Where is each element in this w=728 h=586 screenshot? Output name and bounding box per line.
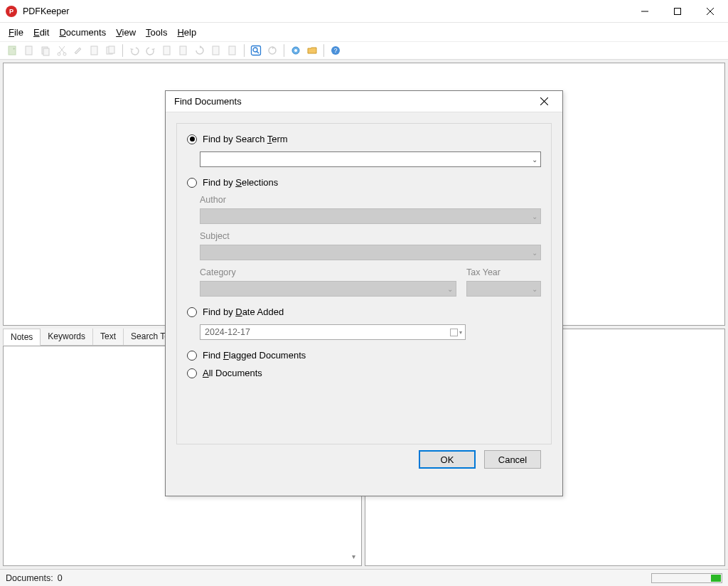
- scroll-down-icon[interactable]: ▾: [348, 553, 358, 563]
- radio-search-term[interactable]: Find by Search Term: [187, 134, 541, 144]
- radio-date-label: Find by Date Added: [203, 307, 284, 317]
- chevron-down-icon: ⌄: [532, 156, 537, 164]
- status-progress: [651, 573, 722, 583]
- dialog-close-button[interactable]: [531, 94, 557, 110]
- tool-doc-b-icon[interactable]: [176, 43, 191, 58]
- cancel-button[interactable]: Cancel: [484, 450, 541, 469]
- find-documents-dialog: Find Documents Find by Search Term ⌄ Fin…: [165, 90, 563, 496]
- window-controls: [628, 0, 727, 22]
- tab-keywords[interactable]: Keywords: [41, 329, 93, 345]
- subject-label: Subject: [200, 231, 541, 241]
- radio-flagged[interactable]: Find Flagged Documents: [187, 350, 541, 361]
- app-icon: [6, 6, 17, 17]
- author-label: Author: [200, 195, 541, 205]
- tab-text[interactable]: Text: [93, 329, 124, 345]
- minimize-button[interactable]: [628, 0, 661, 22]
- taxyear-combo: ⌄: [466, 281, 541, 297]
- app-title: PDFKeeper: [23, 6, 69, 16]
- category-label: Category: [200, 267, 456, 277]
- menu-documents[interactable]: Documents: [59, 27, 106, 38]
- radio-all-label: All Documents: [203, 368, 262, 378]
- tool-new-search-icon[interactable]: +: [6, 43, 20, 58]
- svg-rect-1: [675, 8, 681, 14]
- category-combo: ⌄: [200, 281, 456, 297]
- search-term-subgroup: ⌄: [200, 151, 541, 167]
- tool-pages-icon[interactable]: [104, 43, 118, 58]
- toolbar-separator: [284, 44, 284, 57]
- chevron-down-icon: ⌄: [532, 285, 537, 293]
- tool-document-icon[interactable]: [22, 43, 36, 58]
- author-combo: ⌄: [200, 208, 541, 224]
- date-subgroup: 2024-12-17 ▾: [200, 324, 541, 340]
- status-progress-bar: [711, 575, 721, 582]
- tool-doc-a-icon[interactable]: [160, 43, 174, 58]
- svg-rect-15: [109, 46, 114, 53]
- tool-edit-icon[interactable]: [71, 43, 85, 58]
- svg-point-25: [294, 49, 297, 52]
- titlebar: PDFKeeper: [0, 0, 728, 23]
- tool-page-icon[interactable]: [87, 43, 102, 58]
- date-added-field: 2024-12-17 ▾: [200, 324, 466, 340]
- tool-redo-icon[interactable]: [144, 43, 158, 58]
- menubar: File Edit Documents View Tools Help: [0, 23, 728, 41]
- taxyear-label: Tax Year: [466, 267, 541, 277]
- tool-doc-right-icon[interactable]: [225, 43, 240, 58]
- svg-line-22: [257, 51, 259, 53]
- svg-rect-13: [91, 46, 97, 55]
- menu-edit[interactable]: Edit: [33, 27, 49, 38]
- tool-doc-left-icon[interactable]: [209, 43, 223, 58]
- toolbar-separator: [244, 44, 245, 57]
- toolbar-separator: [323, 44, 324, 57]
- svg-rect-6: [26, 46, 32, 55]
- radio-selections-label: Find by Selections: [203, 177, 278, 188]
- subject-combo: ⌄: [200, 245, 541, 260]
- menu-tools[interactable]: Tools: [146, 27, 167, 38]
- chevron-down-icon: ⌄: [532, 213, 537, 220]
- svg-rect-19: [229, 46, 235, 55]
- menu-help[interactable]: Help: [177, 27, 196, 38]
- tool-settings-icon[interactable]: [289, 43, 303, 58]
- maximize-button[interactable]: [661, 0, 694, 22]
- radio-icon: [187, 351, 197, 361]
- status-documents-label: Documents:: [6, 573, 53, 583]
- tool-folder-icon[interactable]: [305, 43, 319, 58]
- radio-icon: [187, 368, 197, 378]
- tool-reload-icon[interactable]: [265, 43, 279, 58]
- toolbar: + ?: [0, 41, 728, 60]
- calendar-dropdown-icon: ▾: [450, 329, 462, 336]
- ok-button[interactable]: OK: [419, 450, 476, 469]
- svg-text:?: ?: [333, 47, 337, 54]
- tool-help-icon[interactable]: ?: [328, 43, 343, 58]
- radio-icon: [187, 307, 197, 317]
- search-term-combo[interactable]: ⌄: [200, 151, 541, 167]
- dialog-buttons: OK Cancel: [176, 444, 552, 469]
- radio-all[interactable]: All Documents: [187, 368, 541, 378]
- radio-search-term-label: Find by Search Term: [203, 134, 288, 144]
- tool-undo-icon[interactable]: [127, 43, 141, 58]
- dialog-title: Find Documents: [174, 96, 242, 107]
- tool-copy-icon[interactable]: [38, 43, 53, 58]
- menu-file[interactable]: File: [9, 27, 23, 38]
- svg-rect-17: [180, 46, 186, 55]
- svg-rect-20: [252, 46, 261, 55]
- tool-find-icon[interactable]: [249, 43, 263, 58]
- radio-selections[interactable]: Find by Selections: [187, 177, 541, 188]
- selections-subgroup: Author ⌄ Subject ⌄ Category ⌄ Tax Year ⌄: [200, 195, 541, 297]
- tool-refresh-icon[interactable]: [193, 43, 207, 58]
- menu-view[interactable]: View: [116, 27, 136, 38]
- dialog-titlebar: Find Documents: [166, 91, 562, 112]
- dialog-body: Find by Search Term ⌄ Find by Selections…: [166, 112, 562, 496]
- svg-text:+: +: [13, 46, 16, 50]
- radio-icon: [187, 178, 197, 188]
- chevron-down-icon: ⌄: [532, 249, 537, 257]
- statusbar: Documents: 0: [0, 569, 728, 586]
- date-value: 2024-12-17: [205, 327, 250, 337]
- tool-cut-icon[interactable]: [55, 43, 69, 58]
- find-options-group: Find by Search Term ⌄ Find by Selections…: [176, 123, 552, 444]
- radio-date-added[interactable]: Find by Date Added: [187, 307, 541, 317]
- svg-rect-8: [43, 48, 49, 55]
- tab-notes[interactable]: Notes: [3, 329, 41, 346]
- toolbar-separator: [122, 44, 123, 57]
- svg-rect-18: [213, 46, 219, 55]
- close-button[interactable]: [694, 0, 727, 22]
